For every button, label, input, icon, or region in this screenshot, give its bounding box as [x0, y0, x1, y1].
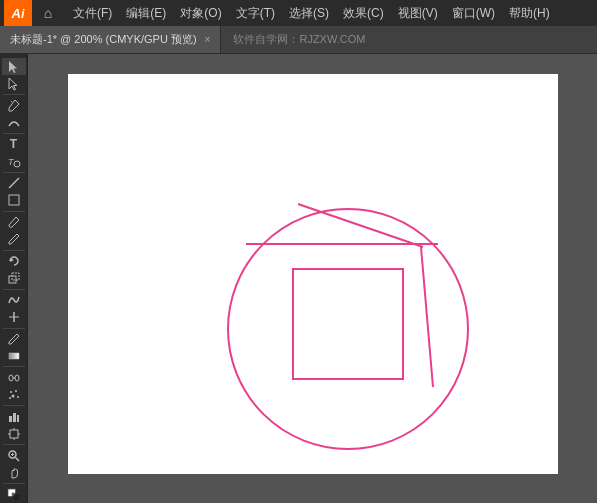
curvature-tool[interactable] — [2, 114, 26, 131]
eyedropper-tool[interactable] — [2, 330, 26, 347]
menu-object[interactable]: 对象(O) — [173, 0, 228, 26]
menu-select[interactable]: 选择(S) — [282, 0, 336, 26]
svg-line-5 — [9, 178, 19, 188]
menu-edit[interactable]: 编辑(E) — [119, 0, 173, 26]
svg-point-20 — [9, 397, 11, 399]
svg-line-30 — [15, 457, 19, 461]
menu-bar: Ai ⌂ 文件(F) 编辑(E) 对象(O) 文字(T) 选择(S) 效果(C)… — [0, 0, 597, 26]
line-3 — [421, 247, 433, 387]
width-tool[interactable] — [2, 309, 26, 326]
drawing-canvas[interactable] — [28, 54, 597, 503]
line-tool[interactable] — [2, 175, 26, 192]
svg-point-4 — [14, 161, 20, 167]
svg-rect-12 — [9, 353, 19, 359]
pencil-tool[interactable] — [2, 231, 26, 248]
canvas-area[interactable] — [28, 54, 597, 503]
warp-tool[interactable] — [2, 291, 26, 308]
paintbrush-tool[interactable] — [2, 214, 26, 231]
separator-11 — [3, 483, 25, 484]
column-graph-tool[interactable] — [2, 408, 26, 425]
svg-marker-1 — [9, 78, 17, 90]
svg-rect-21 — [9, 416, 12, 422]
separator-9 — [3, 405, 25, 406]
svg-rect-23 — [17, 415, 19, 422]
active-tab[interactable]: 未标题-1* @ 200% (CMYK/GPU 预览) × — [0, 26, 221, 53]
shape-tool[interactable] — [2, 192, 26, 209]
separator-2 — [3, 133, 25, 134]
fill-stroke-indicator[interactable] — [2, 486, 26, 503]
separator-4 — [3, 211, 25, 212]
toolbar: T T — [0, 54, 28, 503]
menu-file[interactable]: 文件(F) — [66, 0, 119, 26]
tab-close-button[interactable]: × — [205, 34, 211, 45]
svg-point-16 — [10, 391, 12, 393]
app-logo: Ai — [4, 0, 32, 26]
tab-title: 未标题-1* @ 200% (CMYK/GPU 预览) — [10, 32, 197, 47]
menu-type[interactable]: 文字(T) — [229, 0, 282, 26]
symbol-sprayer-tool[interactable] — [2, 386, 26, 403]
separator-8 — [3, 366, 25, 367]
selection-tool[interactable] — [2, 58, 26, 75]
svg-rect-6 — [9, 195, 19, 205]
svg-rect-22 — [13, 413, 16, 422]
type-tool[interactable]: T — [2, 136, 26, 153]
hand-tool[interactable] — [2, 464, 26, 481]
rectangle-shape[interactable] — [293, 269, 403, 379]
separator-10 — [3, 444, 25, 445]
svg-marker-7 — [10, 258, 14, 262]
separator-5 — [3, 250, 25, 251]
separator-6 — [3, 289, 25, 290]
pen-tool[interactable] — [2, 97, 26, 114]
gradient-tool[interactable] — [2, 347, 26, 364]
blend-tool[interactable] — [2, 369, 26, 386]
menu-view[interactable]: 视图(V) — [391, 0, 445, 26]
menu-window[interactable]: 窗口(W) — [445, 0, 502, 26]
svg-point-13 — [9, 375, 13, 381]
rotate-tool[interactable] — [2, 253, 26, 270]
svg-marker-0 — [9, 61, 17, 73]
tab-bar: 未标题-1* @ 200% (CMYK/GPU 预览) × 软件自学网：RJZX… — [0, 26, 597, 54]
svg-point-19 — [17, 396, 19, 398]
svg-point-14 — [15, 375, 19, 381]
scale-tool[interactable] — [2, 270, 26, 287]
svg-point-18 — [11, 394, 14, 397]
separator-3 — [3, 172, 25, 173]
svg-rect-35 — [13, 494, 19, 500]
artboard-tool[interactable] — [2, 425, 26, 442]
menu-help[interactable]: 帮助(H) — [502, 0, 557, 26]
home-icon[interactable]: ⌂ — [36, 0, 60, 26]
watermark-text: 软件自学网：RJZXW.COM — [221, 26, 377, 53]
separator-1 — [3, 94, 25, 95]
separator-7 — [3, 328, 25, 329]
svg-rect-24 — [10, 430, 18, 438]
zoom-tool[interactable] — [2, 447, 26, 464]
main-area: T T — [0, 54, 597, 503]
menu-effect[interactable]: 效果(C) — [336, 0, 391, 26]
svg-point-17 — [15, 390, 17, 392]
touch-type-tool[interactable]: T — [2, 153, 26, 170]
direct-selection-tool[interactable] — [2, 75, 26, 92]
svg-line-2 — [11, 101, 12, 102]
